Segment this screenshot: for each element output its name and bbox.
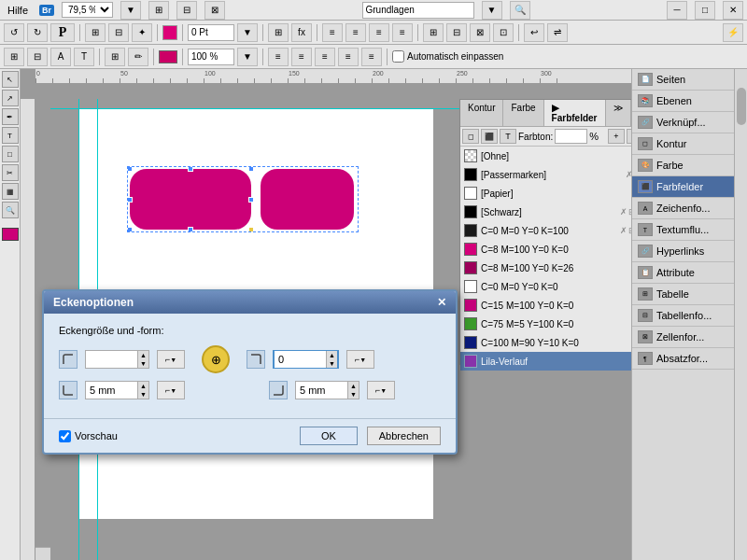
handle-tr[interactable] [248, 166, 254, 172]
v-scrollbar[interactable] [734, 69, 747, 560]
flip-btn[interactable]: ⇌ [547, 23, 568, 42]
pt-dropdown[interactable]: ▼ [237, 23, 258, 42]
rp-item-zeichenfo---[interactable]: AZeichenfo... [632, 198, 734, 219]
corner-down-tr[interactable]: ▼ [326, 359, 337, 368]
direct-select[interactable]: ↗ [2, 90, 19, 106]
color-row-8[interactable]: C=15 M=100 Y=0 K=0 [460, 296, 631, 315]
view-mode-btn[interactable]: ⊞ [148, 1, 169, 20]
tool4[interactable]: ⊟ [108, 23, 129, 42]
rp-item-absatzfor---[interactable]: ¶Absatzfor... [632, 348, 734, 370]
t2-align5[interactable]: ≡ [361, 48, 382, 66]
align2[interactable]: ≡ [345, 23, 366, 42]
ok-button[interactable]: OK [300, 427, 358, 445]
dialog-close-icon[interactable]: ✕ [437, 296, 446, 309]
t2-align2[interactable]: ≡ [291, 48, 312, 66]
corner-up-br[interactable]: ▲ [347, 382, 359, 390]
t2-btn6[interactable]: ✏ [128, 48, 148, 66]
tab-farbfelder[interactable]: ▶ Farbfelder [544, 100, 606, 126]
color-row-3[interactable]: [Schwarz] ✗ ⊞ □ [460, 203, 631, 221]
corner-icon-tr[interactable] [247, 350, 265, 369]
corner-icon-br[interactable] [269, 381, 288, 399]
tab-more[interactable]: ≫ [606, 100, 631, 126]
fp-new-btn[interactable]: + [608, 129, 625, 144]
t2-align3[interactable]: ≡ [315, 48, 335, 66]
corner-shape-bl[interactable]: ⌐▼ [157, 381, 185, 399]
t2-btn1[interactable]: ⊞ [4, 48, 24, 66]
rp-item-zellenfor---[interactable]: ⊠Zellenfor... [632, 327, 734, 348]
gradient-tool[interactable]: ▦ [2, 183, 19, 200]
close-btn[interactable]: ✕ [723, 1, 743, 20]
percent-dropdown[interactable]: ▼ [237, 48, 258, 66]
corner-shape-tr[interactable]: ⌐▼ [346, 350, 374, 369]
select-tool[interactable]: ↖ [2, 71, 19, 88]
fp-stroke-btn[interactable]: ◻ [462, 129, 479, 144]
corner-icon-tl[interactable] [59, 350, 78, 369]
fill-color[interactable] [159, 50, 177, 63]
color-row-0[interactable]: [Ohne] ✗ [460, 147, 631, 165]
shape-1[interactable] [130, 169, 251, 230]
fp-fill-btn[interactable]: ⬛ [481, 129, 498, 144]
auto-fit-checkbox[interactable] [392, 50, 404, 63]
color-row-5[interactable]: C=8 M=100 Y=0 K=0 [460, 240, 631, 259]
corner-up-tr[interactable]: ▲ [326, 351, 337, 359]
corner-up-bl[interactable]: ▲ [137, 382, 148, 390]
view-mode2-btn[interactable]: ⊟ [176, 1, 197, 20]
tool5[interactable]: ✦ [132, 23, 152, 42]
color-row-6[interactable]: C=8 M=100 Y=0 K=26 [460, 259, 631, 277]
workspace-select[interactable] [362, 2, 474, 19]
color-row-7[interactable]: C=0 M=0 Y=0 K=0 [460, 277, 631, 296]
maximize-btn[interactable]: □ [695, 1, 715, 20]
rp-item-attribute[interactable]: 📋Attribute [632, 262, 734, 284]
search-btn[interactable]: 🔍 [510, 1, 530, 20]
color-row-10[interactable]: C=100 M=90 Y=10 K=0 [460, 333, 631, 352]
t2-btn2[interactable]: ⊟ [27, 48, 48, 66]
align8[interactable]: ⊡ [493, 23, 514, 42]
corner-down-br[interactable]: ▼ [347, 390, 359, 399]
handle-bm[interactable] [188, 227, 193, 232]
handle-ml[interactable] [127, 197, 133, 203]
rp-item-farbe[interactable]: 🎨Farbe [632, 155, 734, 176]
rp-item-verkn-pf---[interactable]: 🔗Verknüpf... [632, 112, 734, 133]
percent-input[interactable] [188, 49, 234, 65]
align4[interactable]: ≡ [392, 23, 413, 42]
handle-mr[interactable] [248, 197, 254, 203]
corner-down-bl[interactable]: ▼ [137, 390, 148, 399]
align1[interactable]: ≡ [322, 23, 343, 42]
rp-item-kontur[interactable]: ◻Kontur [632, 133, 734, 155]
text-tool-left[interactable]: T [2, 127, 19, 144]
fp-t-btn[interactable]: T [500, 129, 516, 144]
text-tool[interactable]: P [50, 23, 75, 42]
stroke-fill-indicator[interactable] [2, 228, 19, 241]
align5[interactable]: ⊞ [423, 23, 444, 42]
rp-item-seiten[interactable]: 📄Seiten [632, 69, 734, 91]
corner-input-tl[interactable] [86, 351, 137, 368]
menu-hilfe[interactable]: Hilfe [4, 3, 32, 18]
corner-down-tl[interactable]: ▼ [137, 359, 148, 368]
rp-item-ebenen[interactable]: 📚Ebenen [632, 91, 734, 112]
tab-farbe[interactable]: Farbe [503, 100, 543, 126]
cancel-button[interactable]: Abbrechen [367, 427, 441, 445]
t2-btn3[interactable]: A [50, 48, 71, 66]
tab-close[interactable]: ✕ [631, 100, 632, 126]
color-row-11[interactable]: Lila-Verlauf [460, 352, 631, 371]
rect-tool[interactable]: □ [2, 146, 19, 162]
corner-shape-br[interactable]: ⌐▼ [367, 381, 395, 399]
color-row-1[interactable]: [Passermarken] ✗ ⊞ [460, 165, 631, 184]
rp-item-farbfelder[interactable]: ⬛Farbfelder [632, 176, 734, 198]
arrow-tool[interactable]: ↺ [4, 23, 24, 42]
t2-btn4[interactable]: T [74, 48, 94, 66]
preview-checkbox[interactable] [59, 430, 71, 442]
align6[interactable]: ⊟ [446, 23, 467, 42]
t2-align1[interactable]: ≡ [268, 48, 289, 66]
handle-br[interactable] [248, 227, 254, 232]
color-row-2[interactable]: [Papier] [460, 184, 631, 203]
tab-kontur[interactable]: Kontur [460, 100, 503, 126]
corner-input-br[interactable] [296, 382, 347, 399]
tool3[interactable]: ⊞ [85, 23, 106, 42]
corner-up-tl[interactable]: ▲ [137, 351, 148, 359]
rp-item-hyperlinks[interactable]: 🔗Hyperlinks [632, 241, 734, 262]
fx-btn[interactable]: fx [291, 23, 312, 42]
flash-btn[interactable]: ⚡ [723, 23, 743, 42]
rp-item-textumflu---[interactable]: TTextumflu... [632, 219, 734, 241]
corner-input-tr[interactable] [275, 351, 326, 368]
